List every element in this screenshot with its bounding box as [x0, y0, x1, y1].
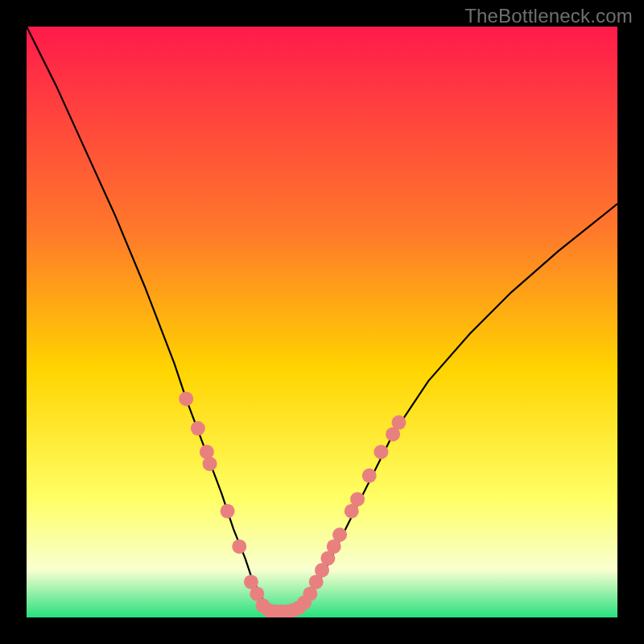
highlight-marker	[203, 456, 217, 471]
highlight-marker	[374, 444, 388, 459]
highlight-marker	[221, 504, 235, 518]
chart-background	[27, 27, 617, 617]
chart-plot-area	[27, 27, 617, 617]
highlight-marker	[179, 391, 193, 406]
highlight-marker	[362, 469, 377, 483]
chart-svg	[27, 27, 617, 617]
highlight-marker	[350, 492, 365, 506]
highlight-marker	[391, 415, 406, 430]
watermark-text: TheBottleneck.com	[464, 5, 633, 27]
highlight-marker	[232, 539, 246, 554]
highlight-marker	[332, 527, 347, 542]
highlight-marker	[191, 421, 205, 436]
chart-frame: TheBottleneck.com	[0, 0, 644, 644]
